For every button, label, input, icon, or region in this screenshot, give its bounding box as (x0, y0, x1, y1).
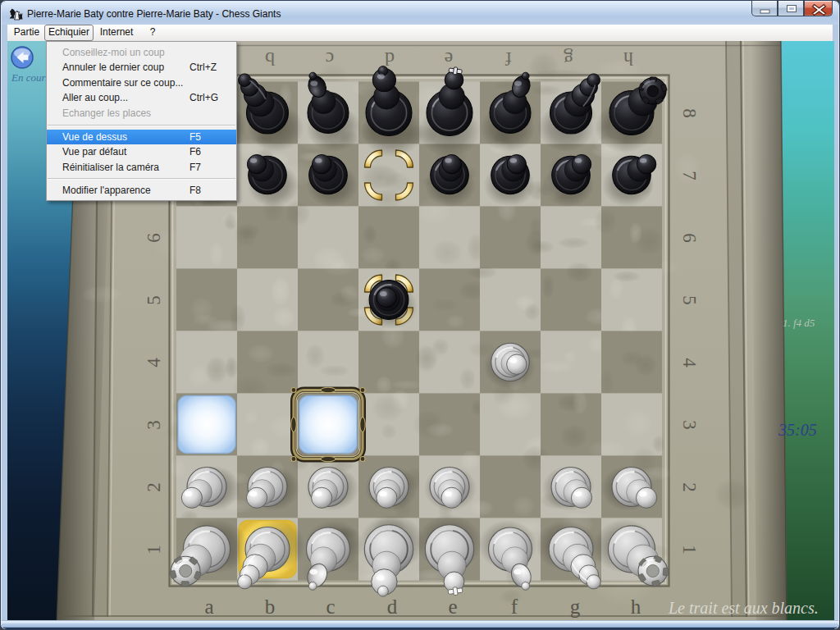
svg-text:d: d (385, 48, 395, 70)
svg-text:5: 5 (679, 295, 700, 305)
svg-text:6: 6 (144, 233, 164, 243)
svg-text:a: a (204, 596, 213, 618)
svg-text:h: h (631, 596, 641, 618)
svg-text:3: 3 (679, 420, 700, 430)
svg-text:Le trait est aux blancs.: Le trait est aux blancs. (668, 599, 819, 617)
svg-text:c: c (326, 48, 335, 70)
svg-text:b: b (265, 48, 275, 70)
svg-text:f: f (511, 596, 518, 618)
svg-text:5: 5 (144, 295, 164, 305)
svg-text:4: 4 (144, 357, 164, 367)
svg-text:8: 8 (679, 108, 700, 118)
svg-text:1. f4 d5: 1. f4 d5 (783, 317, 815, 329)
svg-text:En cours: En cours (11, 71, 50, 84)
svg-text:g: g (564, 48, 573, 70)
svg-text:3: 3 (144, 420, 164, 430)
svg-text:e: e (445, 48, 454, 70)
svg-text:c: c (326, 596, 335, 618)
svg-text:7: 7 (679, 171, 700, 180)
svg-text:2: 2 (144, 482, 164, 492)
svg-text:d: d (387, 596, 398, 618)
svg-text:h: h (623, 48, 633, 70)
svg-text:1: 1 (679, 545, 700, 555)
svg-text:1: 1 (144, 545, 164, 555)
svg-text:e: e (448, 596, 457, 618)
svg-text:2: 2 (679, 482, 700, 492)
svg-text:g: g (570, 596, 581, 618)
svg-text:f: f (505, 48, 512, 70)
svg-text:b: b (265, 596, 276, 618)
svg-text:4: 4 (679, 358, 700, 368)
svg-text:35:05: 35:05 (778, 421, 817, 439)
svg-text:6: 6 (679, 233, 700, 243)
